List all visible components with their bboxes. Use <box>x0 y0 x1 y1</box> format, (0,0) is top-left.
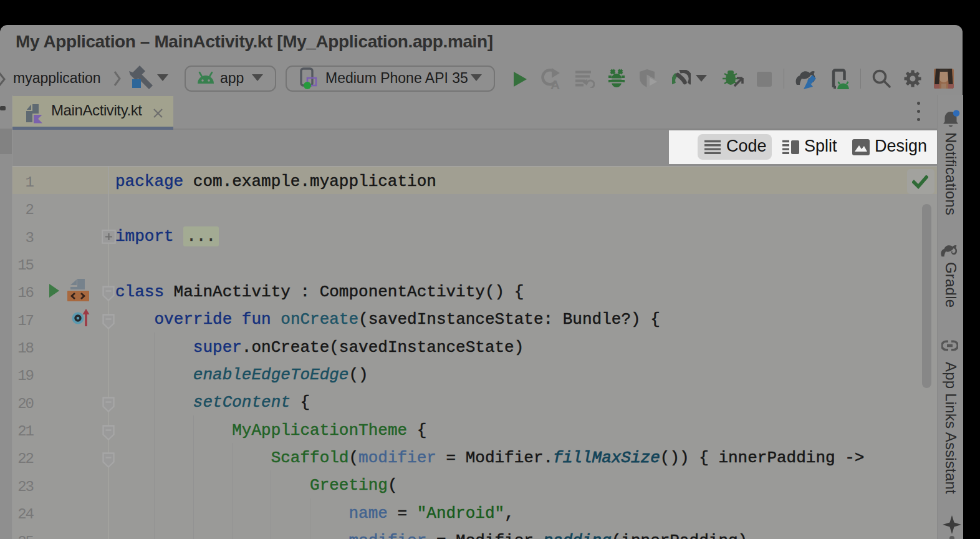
svg-text:A: A <box>550 77 560 90</box>
